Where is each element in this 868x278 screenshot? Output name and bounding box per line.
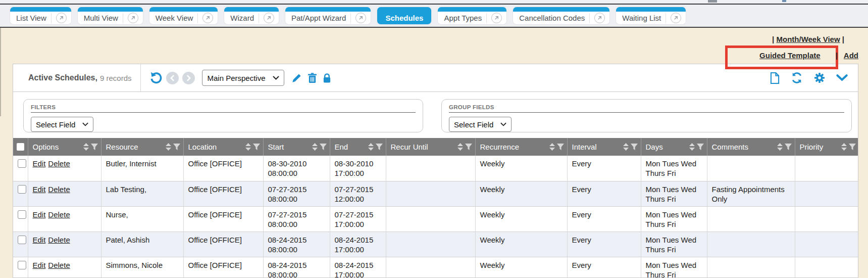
external-link-icon[interactable]	[594, 13, 605, 23]
edit-link[interactable]: Edit	[33, 210, 46, 219]
sort-icon[interactable]	[312, 143, 318, 151]
edit-link[interactable]: Edit	[33, 236, 46, 244]
tab-label: Pat/Appt Wizard	[291, 14, 346, 22]
tab-pat-appt-wizard[interactable]: Pat/Appt Wizard	[285, 7, 371, 24]
chevron-down-icon[interactable]	[836, 74, 848, 81]
funnel-icon[interactable]	[376, 144, 383, 150]
undo-icon[interactable]	[149, 71, 163, 84]
perspective-select[interactable]: Main Perspective	[202, 70, 284, 86]
gear-icon[interactable]	[814, 72, 825, 83]
sort-icon[interactable]	[368, 143, 374, 151]
column-header-recurrence[interactable]: Recurrence	[475, 138, 567, 156]
funnel-icon[interactable]	[173, 144, 180, 150]
sort-icon[interactable]	[166, 143, 171, 151]
end-cell: 08-30-201017:00:00	[330, 156, 386, 181]
row-checkbox[interactable]	[18, 210, 26, 219]
row-checkbox-cell	[13, 206, 28, 231]
sort-icon[interactable]	[83, 143, 89, 151]
row-checkbox[interactable]	[18, 261, 26, 269]
row-checkbox[interactable]	[18, 159, 26, 168]
chevron-down-icon	[273, 76, 279, 80]
select-all-checkbox[interactable]	[17, 143, 24, 151]
external-link-icon[interactable]	[202, 13, 213, 23]
funnel-icon[interactable]	[785, 144, 792, 150]
comments-cell	[707, 257, 795, 278]
row-checkbox[interactable]	[18, 185, 26, 194]
delete-link[interactable]: Delete	[48, 261, 70, 269]
edit-pencil-icon[interactable]	[291, 73, 302, 83]
funnel-icon[interactable]	[465, 144, 472, 150]
delete-trash-icon[interactable]	[308, 73, 317, 83]
lock-icon[interactable]	[323, 73, 331, 83]
edit-link[interactable]: Edit	[33, 185, 46, 194]
new-page-icon[interactable]	[770, 72, 780, 84]
delete-link[interactable]: Delete	[48, 210, 70, 219]
refresh-icon[interactable]	[791, 72, 803, 83]
tab-divider	[197, 13, 198, 23]
prev-icon[interactable]	[166, 72, 179, 84]
external-link-icon[interactable]	[128, 13, 138, 23]
sort-icon[interactable]	[841, 143, 847, 151]
column-header-start[interactable]: Start	[263, 138, 330, 156]
column-header-options[interactable]: Options	[28, 138, 101, 156]
column-header-comments[interactable]: Comments	[707, 138, 795, 156]
sort-icon[interactable]	[689, 143, 695, 151]
month-week-view-link[interactable]: Month/Week View	[776, 35, 840, 43]
end-time: 17:00:00	[335, 270, 382, 278]
external-link-icon[interactable]	[264, 13, 274, 23]
column-header-location[interactable]: Location	[183, 138, 263, 156]
column-header-priority[interactable]: Priority	[795, 138, 858, 156]
end-cell: 08-24-201517:00:00	[330, 257, 386, 278]
tab-cancellation-codes[interactable]: Cancellation Codes	[513, 7, 609, 24]
guided-template-link[interactable]: Guided Template	[759, 51, 821, 60]
interval-cell: Every	[567, 257, 641, 278]
funnel-icon[interactable]	[91, 144, 98, 150]
column-header-resource[interactable]: Resource	[101, 138, 183, 156]
funnel-icon[interactable]	[320, 144, 327, 150]
sort-icon[interactable]	[777, 143, 783, 151]
delete-link[interactable]: Delete	[48, 159, 70, 168]
tab-divider	[51, 13, 52, 23]
sort-icon[interactable]	[549, 143, 555, 151]
tab-schedules[interactable]: Schedules	[377, 7, 431, 24]
tab-waiting-list[interactable]: Waiting List	[616, 7, 686, 24]
filters-field-select[interactable]: Select Field	[31, 117, 93, 132]
column-header-days[interactable]: Days	[641, 138, 707, 156]
tab-wizard[interactable]: Wizard	[224, 7, 279, 24]
next-icon[interactable]	[182, 72, 195, 84]
group-fields-select[interactable]: Select Field	[449, 117, 512, 132]
tab-week-view[interactable]: Week View	[149, 7, 218, 24]
add-link[interactable]: Add	[844, 51, 858, 60]
funnel-icon[interactable]	[849, 144, 856, 150]
funnel-icon[interactable]	[697, 144, 704, 150]
column-header-end[interactable]: End	[330, 138, 386, 156]
edit-link[interactable]: Edit	[33, 159, 46, 168]
sort-icon[interactable]	[245, 143, 251, 151]
funnel-icon[interactable]	[557, 144, 564, 150]
edit-link[interactable]: Edit	[33, 261, 46, 269]
template-add-link-row: Guided Template|Add	[759, 51, 858, 60]
tab-list-view[interactable]: List View	[10, 7, 71, 24]
delete-link[interactable]: Delete	[48, 236, 70, 244]
select-all-header[interactable]	[13, 138, 28, 156]
delete-link[interactable]: Delete	[48, 185, 70, 194]
start-time: 08:00:00	[268, 168, 326, 178]
days-cell: Mon Tues Wed Thurs Fri	[641, 181, 707, 206]
column-header-interval[interactable]: Interval	[567, 138, 641, 156]
start-time: 08:00:00	[268, 270, 326, 278]
tab-multi-view[interactable]: Multi View	[78, 7, 143, 24]
sort-icon[interactable]	[457, 143, 463, 151]
row-checkbox[interactable]	[18, 236, 26, 244]
funnel-icon[interactable]	[253, 144, 260, 150]
column-header-label: Recurrence	[480, 143, 547, 151]
funnel-icon[interactable]	[631, 144, 638, 150]
external-link-icon[interactable]	[56, 13, 67, 23]
column-header-recur-until[interactable]: Recur Until	[386, 138, 475, 156]
sort-icon[interactable]	[623, 143, 629, 151]
tab-appt-types[interactable]: Appt Types	[438, 7, 506, 24]
row-checkbox-cell	[13, 231, 28, 257]
external-link-icon[interactable]	[355, 13, 366, 23]
external-link-icon[interactable]	[491, 13, 502, 23]
external-link-icon[interactable]	[671, 13, 681, 23]
tab-divider	[123, 13, 123, 23]
